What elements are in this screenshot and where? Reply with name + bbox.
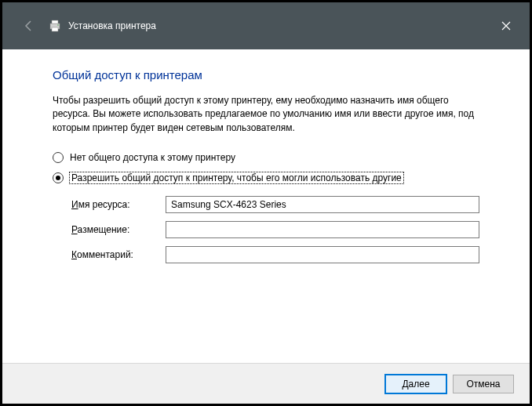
- sharing-form: Имя ресурса: Размещение: Комментарий:: [71, 196, 479, 263]
- page-description: Чтобы разрешить общий доступ к этому при…: [53, 94, 479, 135]
- radio-no-sharing-label: Нет общего доступа к этому принтеру: [70, 152, 235, 163]
- close-button[interactable]: [494, 13, 519, 38]
- radio-icon: [53, 172, 64, 183]
- comment-label: Комментарий:: [71, 249, 166, 260]
- back-button[interactable]: [16, 13, 42, 38]
- location-input[interactable]: [166, 221, 479, 238]
- svg-point-3: [57, 24, 59, 26]
- svg-rect-2: [52, 27, 58, 31]
- resource-name-input[interactable]: [166, 196, 479, 213]
- resource-label: Имя ресурса:: [71, 199, 166, 210]
- dialog-window: Установка принтера Общий доступ к принте…: [0, 0, 532, 406]
- cancel-button[interactable]: Отмена: [453, 375, 514, 393]
- footer: Далее Отмена: [2, 363, 530, 404]
- radio-icon: [53, 152, 64, 163]
- form-row-resource: Имя ресурса:: [71, 196, 479, 213]
- content-area: Общий доступ к принтерам Чтобы разрешить…: [2, 49, 530, 363]
- location-label: Размещение:: [71, 224, 166, 235]
- svg-rect-1: [52, 20, 58, 24]
- form-row-location: Размещение:: [71, 221, 479, 238]
- titlebar: Установка принтера: [2, 2, 530, 49]
- window-title: Установка принтера: [68, 20, 156, 31]
- radio-allow-sharing[interactable]: Разрешить общий доступ к принтеру, чтобы…: [53, 172, 479, 183]
- printer-icon: [48, 19, 62, 33]
- comment-input[interactable]: [166, 246, 479, 263]
- next-button[interactable]: Далее: [385, 375, 446, 393]
- radio-no-sharing[interactable]: Нет общего доступа к этому принтеру: [53, 152, 479, 163]
- radio-allow-sharing-label: Разрешить общий доступ к принтеру, чтобы…: [70, 172, 403, 183]
- page-heading: Общий доступ к принтерам: [53, 68, 479, 82]
- form-row-comment: Комментарий:: [71, 246, 479, 263]
